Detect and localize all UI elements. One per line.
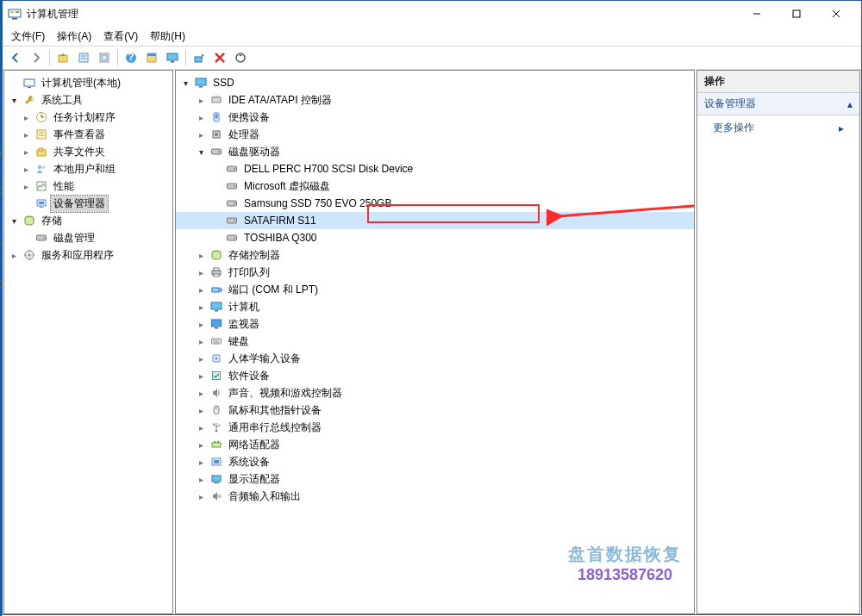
device-category[interactable]: 软件设备	[176, 367, 694, 384]
expand-toggle[interactable]	[20, 165, 32, 174]
up-button[interactable]	[53, 48, 72, 67]
maximize-button[interactable]	[777, 1, 816, 27]
expand-toggle[interactable]	[195, 147, 207, 157]
expand-toggle[interactable]	[195, 320, 207, 329]
tree-item[interactable]: 事件查看器	[4, 126, 172, 143]
titlebar[interactable]: 计算机管理	[3, 1, 861, 27]
help-button[interactable]: ?	[122, 48, 141, 67]
window-title: 计算机管理	[27, 7, 737, 22]
menu-file[interactable]: 文件(F)	[6, 28, 50, 46]
device-category[interactable]: 显示适配器	[176, 470, 694, 488]
forward-button[interactable]	[27, 48, 46, 67]
expand-toggle[interactable]	[195, 457, 207, 467]
toolbar-separator	[49, 50, 50, 65]
menu-action[interactable]: 操作(A)	[52, 28, 97, 46]
actions-section[interactable]: 设备管理器 ▴	[697, 93, 859, 115]
more-actions[interactable]: 更多操作 ▸	[697, 115, 859, 140]
monitor-icon	[209, 317, 223, 331]
expand-toggle[interactable]	[20, 182, 32, 191]
update-driver-button[interactable]	[231, 48, 250, 67]
expand-toggle[interactable]	[195, 337, 207, 346]
scan-hardware-button[interactable]	[190, 48, 209, 67]
expand-toggle[interactable]	[195, 130, 207, 140]
computer-icon	[22, 76, 36, 90]
device-category[interactable]: 计算机	[176, 298, 694, 315]
device-category[interactable]: 磁盘驱动器	[176, 143, 694, 160]
left-tree-pane[interactable]: 计算机管理(本地)系统工具任务计划程序事件查看器共享文件夹本地用户和组性能设备管…	[3, 70, 173, 614]
device-root[interactable]: SSD	[176, 74, 694, 91]
expand-toggle[interactable]	[195, 475, 207, 484]
device-label: 端口 (COM 和 LPT)	[226, 282, 321, 298]
tree-item[interactable]: 性能	[4, 177, 172, 195]
back-button[interactable]	[6, 48, 25, 67]
expand-toggle[interactable]	[195, 354, 207, 364]
tree-group[interactable]: 系统工具	[4, 91, 172, 109]
device-category[interactable]: 打印队列	[176, 264, 694, 281]
expand-toggle[interactable]	[195, 268, 207, 277]
expand-toggle[interactable]	[195, 251, 207, 260]
expand-toggle[interactable]	[195, 302, 207, 312]
tree-item[interactable]: 设备管理器	[4, 195, 172, 212]
expand-toggle[interactable]	[8, 251, 20, 260]
expand-toggle[interactable]	[195, 285, 207, 295]
expand-toggle[interactable]	[20, 113, 32, 122]
tree-root-computer-management[interactable]: 计算机管理(本地)	[4, 74, 172, 91]
device-category[interactable]: 键盘	[176, 333, 694, 350]
expand-toggle[interactable]	[195, 96, 207, 105]
device-item[interactable]: TOSHIBA Q300	[176, 229, 694, 246]
export-button[interactable]	[95, 48, 114, 67]
expand-toggle[interactable]	[20, 147, 32, 157]
expand-toggle[interactable]	[20, 130, 32, 140]
tree-item[interactable]: 磁盘管理	[4, 229, 172, 246]
tree-group[interactable]: 存储	[4, 212, 172, 229]
expand-toggle[interactable]	[8, 96, 20, 105]
expand-toggle[interactable]	[179, 78, 191, 88]
device-category[interactable]: 端口 (COM 和 LPT)	[176, 281, 694, 298]
properties-button[interactable]	[74, 48, 93, 67]
expand-toggle[interactable]	[195, 113, 207, 122]
expand-toggle[interactable]	[195, 371, 207, 381]
show-hide-button[interactable]	[142, 48, 161, 67]
svg-rect-3	[16, 11, 19, 13]
uninstall-button[interactable]	[210, 48, 229, 67]
device-category[interactable]: 鼠标和其他指针设备	[176, 401, 694, 419]
device-category[interactable]: 系统设备	[176, 453, 694, 470]
device-category[interactable]: 便携设备	[176, 109, 694, 126]
device-item[interactable]: DELL PERC H700 SCSI Disk Device	[176, 160, 694, 177]
watermark: 盘首数据恢复 18913587620	[568, 543, 682, 584]
expand-toggle[interactable]	[195, 423, 207, 432]
device-category[interactable]: 通用串行总线控制器	[176, 419, 694, 436]
actions-header: 操作	[697, 71, 859, 93]
svg-rect-83	[215, 340, 216, 341]
device-category[interactable]: 监视器	[176, 315, 694, 333]
device-category[interactable]: 人体学输入设备	[176, 350, 694, 367]
device-tree-pane[interactable]: SSDIDE ATA/ATAPI 控制器便携设备处理器磁盘驱动器DELL PER…	[175, 70, 695, 614]
expand-toggle[interactable]	[195, 440, 207, 450]
monitor-icon-button[interactable]	[163, 48, 182, 67]
device-item[interactable]: Samsung SSD 750 EVO 250GB	[176, 195, 694, 212]
menu-view[interactable]: 查看(V)	[98, 28, 143, 46]
tree-item[interactable]: 本地用户和组	[4, 160, 172, 177]
device-category[interactable]: IDE ATA/ATAPI 控制器	[176, 91, 694, 109]
menu-help[interactable]: 帮助(H)	[145, 28, 191, 46]
device-item[interactable]: SATAFIRM S11	[176, 212, 694, 229]
device-item[interactable]: Microsoft 虚拟磁盘	[176, 177, 694, 195]
close-button[interactable]	[816, 1, 856, 27]
device-category[interactable]: 处理器	[176, 126, 694, 143]
tree-item[interactable]: 共享文件夹	[4, 143, 172, 160]
device-category[interactable]: 声音、视频和游戏控制器	[176, 384, 694, 401]
device-category[interactable]: 网络适配器	[176, 436, 694, 453]
tree-group[interactable]: 服务和应用程序	[4, 246, 172, 264]
svg-rect-52	[212, 97, 221, 103]
expand-toggle[interactable]	[8, 216, 20, 226]
svg-point-45	[28, 254, 31, 257]
svg-rect-9	[79, 53, 88, 62]
tree-item[interactable]: 任务计划程序	[4, 109, 172, 126]
expand-toggle[interactable]	[195, 389, 207, 398]
expand-toggle[interactable]	[195, 492, 207, 501]
device-category[interactable]: 音频输入和输出	[176, 488, 694, 505]
device-category[interactable]: 存储控制器	[176, 246, 694, 264]
svg-rect-80	[215, 327, 218, 329]
expand-toggle[interactable]	[195, 406, 207, 415]
minimize-button[interactable]	[737, 1, 777, 27]
